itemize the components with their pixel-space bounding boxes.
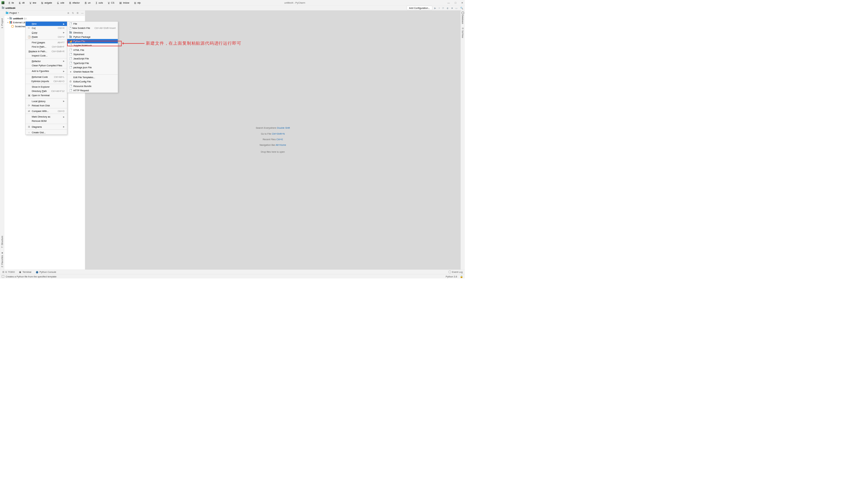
menu-item-copy[interactable]: Copy▶ [25,30,67,35]
menu-item-reload-from-disk[interactable]: ⟳Reload from Disk [25,103,67,107]
close-icon[interactable]: ✕ [461,1,463,4]
menu-run[interactable]: Run [82,1,92,5]
menu-item-html-file[interactable]: HTML File [67,48,118,52]
menu-item-add-to-favorites[interactable]: Add to Favorites▶ [25,69,67,73]
menu-item-editorconfig-file[interactable]: ⚙EditorConfig File [67,79,118,84]
menu-item-remove-bom[interactable]: Remove BOM [25,119,67,123]
menu-item-optimize-imports[interactable]: Optimize ImportsCtrl+Alt+O [25,79,67,83]
project-panel-title[interactable]: Project [10,12,17,14]
menu-edit[interactable]: Edit [16,1,26,5]
menu-item-file[interactable]: File [67,22,118,26]
profile-icon[interactable]: ◐ [447,6,449,9]
menu-item-clean-python-compiled-files[interactable]: Clean Python Compiled Files [25,64,67,68]
context-menu-new: FileNew Scratch FileCtrl+Alt+Shift+Inser… [67,21,118,93]
search-icon[interactable]: 🔍 [460,6,463,9]
layout-icon[interactable]: ▭ [455,6,458,9]
python-icon: ⬤ [36,271,38,273]
minimize-icon[interactable]: — [448,1,450,4]
menu-item-package-json-file[interactable]: package.json File [67,65,118,69]
add-configuration-button[interactable]: Add Configuration... [407,6,432,10]
tool-tab-label: SciView [461,31,464,38]
menu-item-gherkin-feature-file[interactable]: ●Gherkin feature file [67,70,118,74]
separator [25,98,67,98]
menu-item-python-package[interactable]: Python Package [67,35,118,39]
menu-view[interactable]: View [27,1,37,5]
separator [25,124,67,124]
menu-item-directory-path[interactable]: Directory PathCtrl+Alt+F12 [25,89,67,93]
menu-item-label: New [32,22,59,25]
menu-item-http-request[interactable]: HTTP Request [67,88,118,93]
status-bar: Creates a Python file from the specified… [0,274,465,278]
menu-item-label: Optimize Imports [31,80,49,83]
menu-tools[interactable]: Tools [93,1,104,5]
menu-file[interactable]: File [6,1,15,5]
database-tool-tab[interactable]: Database [461,12,464,24]
menu-vcs[interactable]: VCS [105,1,116,5]
python-console-tool-tab[interactable]: ⬤Python Console [36,271,56,273]
menu-item-compare-with[interactable]: ⇄Compare With...Ctrl+D [25,109,67,113]
menu-item-paste[interactable]: 📋PasteCtrl+V [25,35,67,39]
dir-icon [69,36,72,38]
menu-item-cut[interactable]: ✄CutCtrl+X [25,26,67,30]
favorites-tool-tab[interactable]: 2: Favorites★ [0,250,4,269]
welcome-shortcut: Double Shift [277,127,290,129]
bottom-toolbar: ☲6: TODO ▣Terminal ⬤Python Console Event… [0,270,465,274]
menu-item-typescript-file[interactable]: TypeScript File [67,61,118,65]
breadcrumb-project[interactable]: untitled4 [5,6,15,9]
menu-item-new-scratch-file[interactable]: New Scratch FileCtrl+Alt+Shift+Insert [67,26,118,30]
menu-item-inspect-code[interactable]: Inspect Code... [25,53,67,57]
maximize-icon[interactable]: □ [455,1,456,4]
todo-tool-tab[interactable]: ☲6: TODO [2,271,15,273]
project-tool-tab[interactable]: 1: Project [0,16,4,30]
menu-item-replace-in-path[interactable]: Replace in Path...Ctrl+Shift+R [25,49,67,53]
locate-icon[interactable]: ⊕ [67,12,69,14]
status-indicator-icon[interactable] [2,275,4,277]
menu-item-open-in-terminal[interactable]: ▣Open in Terminal [25,93,67,97]
menu-item-find-usages[interactable]: Find UsagesAlt+F7 [25,40,67,44]
menu-item-find-in-path[interactable]: Find in Path...Ctrl+Shift+F [25,44,67,49]
menu-navigate[interactable]: Navigate [38,1,54,5]
menu-item-label: Cut [32,27,54,30]
project-icon [6,12,8,14]
menu-refactor[interactable]: Refactor [66,1,81,5]
settings-icon[interactable]: ⚙ [76,12,79,14]
menu-item-show-in-explorer[interactable]: Show in Explorer [25,85,67,89]
menu-item-resource-bundle[interactable]: Resource Bundle [67,84,118,88]
terminal-tool-tab[interactable]: ▣Terminal [19,271,31,273]
menu-code[interactable]: Code [54,1,66,5]
file-icon [69,85,72,87]
coverage-icon[interactable]: ⟳ [442,6,444,9]
menu-item-label: EditorConfig File [73,80,115,83]
menu-item-edit-file-templates[interactable]: Edit File Templates... [67,75,118,79]
menu-item-javascript-file[interactable]: JavaScript File [67,56,118,61]
event-log-button[interactable]: Event Log [449,271,462,273]
▣-icon: ▣ [27,94,31,97]
menu-item-label: package.json File [73,66,115,69]
hide-icon[interactable]: — [81,12,84,14]
menu-window[interactable]: Window [117,1,131,5]
expand-icon[interactable]: ⇅ [72,12,74,14]
menu-item-diagrams[interactable]: ⊞Diagrams▶ [25,124,67,129]
interpreter-label[interactable]: Python 3.8 [446,275,457,278]
structure-tool-tab[interactable]: 7: Structure [0,234,4,250]
menu-help[interactable]: Help [132,1,142,5]
sciview-tool-tab[interactable]: ⊞ SciView [461,27,464,38]
debug-icon[interactable]: ⌖ [439,6,440,10]
submenu-arrow-icon: ▶ [63,125,64,128]
menu-item-new[interactable]: New▶ [25,22,67,26]
menu-item-reformat-code[interactable]: Reformat CodeCtrl+Alt+L [25,74,67,79]
menu-item-label: Create Gist... [32,131,64,133]
menu-item-mark-directory-as[interactable]: Mark Directory as▶ [25,114,67,119]
dropdown-icon[interactable]: ▼ [17,12,19,14]
stop-icon[interactable]: ■ [451,6,453,9]
menu-item-refactor[interactable]: Refactor▶ [25,59,67,64]
lock-icon[interactable]: 🔒 [460,275,463,278]
menu-item-create-gist[interactable]: ○Create Gist... [25,130,67,134]
menu-item-local-history[interactable]: Local History▶ [25,99,67,103]
menu-item-directory[interactable]: Directory [67,30,118,35]
tree-root[interactable]: ▾ untitled4 G:\ [4,16,85,20]
menu-item-stylesheet[interactable]: Stylesheet [67,52,118,56]
menu-item-label: Replace in Path... [29,50,47,53]
run-icon[interactable]: ▶ [434,6,436,9]
submenu-arrow-icon: ▶ [63,23,64,25]
